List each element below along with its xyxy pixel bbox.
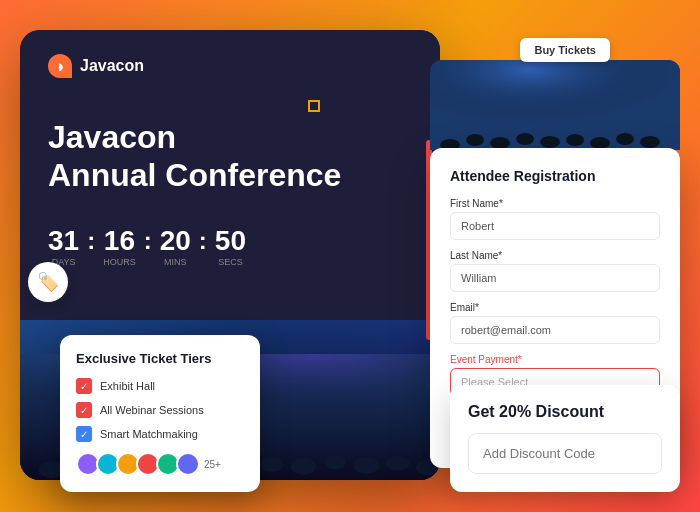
- ticket-item-1: ✓ Exhibit Hall: [76, 378, 244, 394]
- svg-point-10: [260, 457, 283, 472]
- email-input[interactable]: [450, 316, 660, 344]
- yellow-square-decoration: [308, 100, 320, 112]
- ticket-item-2: ✓ All Webinar Sessions: [76, 402, 244, 418]
- email-group: Email*: [450, 302, 660, 344]
- svg-point-25: [616, 133, 634, 145]
- countdown-secs: 50 Secs: [215, 225, 246, 267]
- first-name-input[interactable]: [450, 212, 660, 240]
- svg-point-19: [466, 134, 484, 146]
- discount-card: Get 20% Discount: [450, 385, 680, 492]
- ticket-item-3: ✓ Smart Matchmaking: [76, 426, 244, 442]
- email-label: Email*: [450, 302, 660, 313]
- countdown-mins: 20 Mins: [160, 225, 191, 267]
- payment-label: Event Payment*: [450, 354, 660, 365]
- ticket-label-webinar: All Webinar Sessions: [100, 404, 204, 416]
- countdown-days: 31 Days: [48, 225, 79, 267]
- svg-point-21: [516, 133, 534, 145]
- logo-area: ◗ Javacon: [48, 54, 412, 78]
- reg-image-strip: [430, 60, 680, 150]
- discount-code-input[interactable]: [468, 433, 662, 474]
- countdown-separator-1: :: [87, 227, 95, 255]
- avatar-count: 25+: [204, 459, 221, 470]
- svg-point-12: [325, 455, 346, 470]
- first-name-group: First Name*: [450, 198, 660, 240]
- tag-icon-circle: 🏷️: [28, 262, 68, 302]
- countdown-hours: 16 Hours: [103, 225, 136, 267]
- svg-point-22: [540, 136, 560, 148]
- countdown-separator-3: :: [199, 227, 207, 255]
- countdown-separator-2: :: [144, 227, 152, 255]
- checkbox-webinar: ✓: [76, 402, 92, 418]
- first-name-label: First Name*: [450, 198, 660, 209]
- checkbox-matchmaking: ✓: [76, 426, 92, 442]
- ticket-card-title: Exclusive Ticket Tiers: [76, 351, 244, 366]
- conference-title: Javacon Annual Conference: [48, 118, 412, 195]
- logo-icon: ◗: [48, 54, 72, 78]
- buy-tickets-button[interactable]: Buy Tickets: [520, 38, 610, 62]
- registration-title: Attendee Registration: [450, 168, 660, 184]
- tag-icon: 🏷️: [37, 271, 59, 293]
- checkbox-exhibit: ✓: [76, 378, 92, 394]
- ticket-tiers-card: Exclusive Ticket Tiers ✓ Exhibit Hall ✓ …: [60, 335, 260, 492]
- last-name-label: Last Name*: [450, 250, 660, 261]
- svg-point-11: [291, 458, 316, 475]
- avatar-row: 25+: [76, 452, 244, 476]
- reg-audience-svg: [430, 60, 680, 150]
- svg-point-14: [386, 456, 409, 471]
- ticket-label-exhibit: Exhibit Hall: [100, 380, 155, 392]
- svg-point-13: [354, 457, 379, 474]
- svg-point-23: [566, 134, 584, 146]
- discount-title: Get 20% Discount: [468, 403, 662, 421]
- avatar-6: [176, 452, 200, 476]
- countdown-timer: 31 Days : 16 Hours : 20 Mins : 50 Secs: [48, 225, 412, 267]
- ticket-label-matchmaking: Smart Matchmaking: [100, 428, 198, 440]
- svg-rect-17: [430, 60, 680, 150]
- logo-text: Javacon: [80, 57, 144, 75]
- last-name-input[interactable]: [450, 264, 660, 292]
- svg-point-26: [640, 136, 660, 148]
- last-name-group: Last Name*: [450, 250, 660, 292]
